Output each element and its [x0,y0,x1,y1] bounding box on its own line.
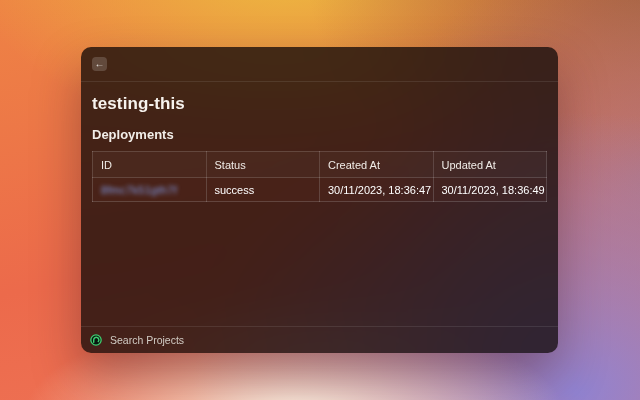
window-header: ← [81,47,558,82]
back-arrow-icon: ← [95,57,105,71]
column-header-status: Status [206,152,320,178]
table-header: ID Status Created At Updated At [93,152,547,178]
table-header-row: ID Status Created At Updated At [93,152,547,178]
desktop-background: ← testing-this Deployments ID Status Cre… [0,0,640,400]
deployment-status-cell: success [206,178,320,202]
page-title: testing-this [92,94,547,114]
back-button[interactable]: ← [92,57,107,71]
deployment-updated-at-cell: 30/11/2023, 18:36:49 [433,178,547,202]
window-body: testing-this Deployments ID Status Creat… [81,82,558,326]
green-spiral-logo-icon [90,334,102,346]
column-header-updated-at: Updated At [433,152,547,178]
column-header-created-at: Created At [320,152,434,178]
table-row: 8fmc7k51gth7f success 30/11/2023, 18:36:… [93,178,547,202]
deployment-created-at-cell: 30/11/2023, 18:36:47 [320,178,434,202]
column-header-id: ID [93,152,207,178]
window-footer: Search Projects [81,326,558,353]
app-window: ← testing-this Deployments ID Status Cre… [81,47,558,353]
section-title: Deployments [92,127,547,142]
table-body: 8fmc7k51gth7f success 30/11/2023, 18:36:… [93,178,547,202]
footer-action-label: Search Projects [110,334,184,346]
deployment-id-link[interactable]: 8fmc7k51gth7f [101,184,177,196]
deployment-id-cell: 8fmc7k51gth7f [93,178,207,202]
deployments-table: ID Status Created At Updated At 8fmc7k51… [92,151,547,202]
footer-action[interactable]: Search Projects [90,334,184,346]
